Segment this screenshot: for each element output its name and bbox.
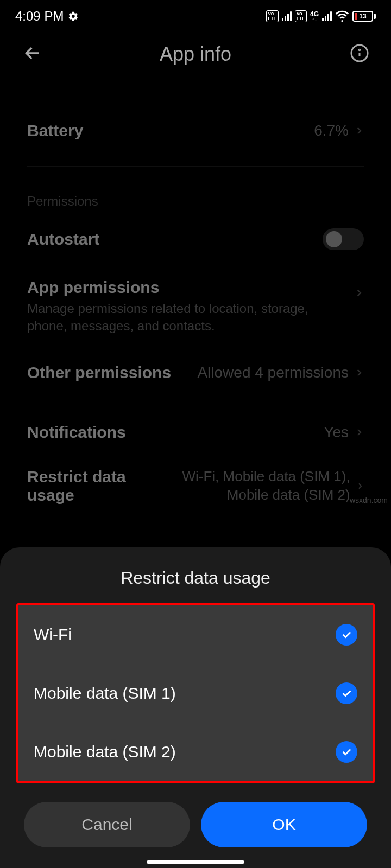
option-sim1[interactable]: Mobile data (SIM 1) (18, 664, 373, 723)
dialog-title: Restrict data usage (0, 563, 391, 603)
checkbox-checked-icon[interactable] (336, 624, 357, 646)
checkbox-checked-icon[interactable] (336, 682, 357, 704)
cancel-button[interactable]: Cancel (24, 802, 190, 847)
nav-indicator[interactable] (147, 860, 244, 864)
option-sim1-label: Mobile data (SIM 1) (34, 684, 176, 703)
ok-button[interactable]: OK (201, 802, 367, 847)
dialog-options-highlight-box: Wi-Fi Mobile data (SIM 1) Mobile data (S… (16, 603, 375, 783)
checkbox-checked-icon[interactable] (336, 741, 357, 763)
option-wifi[interactable]: Wi-Fi (18, 605, 373, 664)
option-sim2-label: Mobile data (SIM 2) (34, 743, 176, 761)
watermark: wsxdn.com (350, 496, 388, 505)
option-sim2[interactable]: Mobile data (SIM 2) (18, 723, 373, 781)
dialog-buttons: Cancel OK (0, 783, 391, 853)
option-wifi-label: Wi-Fi (34, 626, 72, 644)
restrict-data-dialog: Restrict data usage Wi-Fi Mobile data (S… (0, 547, 391, 868)
